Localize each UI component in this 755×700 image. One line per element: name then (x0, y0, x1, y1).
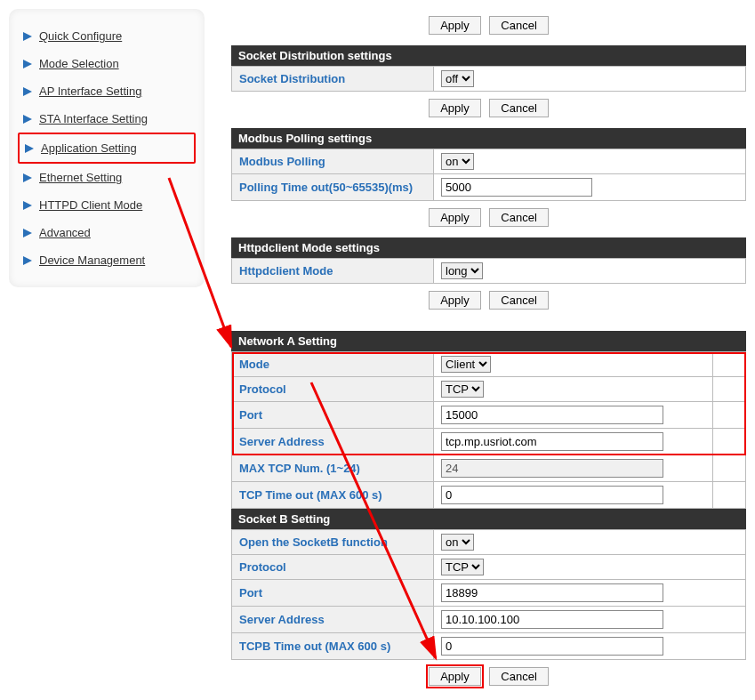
neta-mode-select[interactable]: Client (441, 356, 491, 373)
arrow-icon (21, 85, 34, 98)
socketb-open-label: Open the SocketB function (232, 530, 434, 555)
sidebar-item-label: Application Setting (41, 141, 137, 155)
svg-marker-7 (23, 229, 32, 237)
section-header-socket-dist: Socket Distribution settings (231, 45, 746, 66)
cancel-button[interactable]: Cancel (489, 208, 548, 227)
sidebar-item-sta-interface[interactable]: STA Interface Setting (18, 105, 196, 133)
modbus-table: Modbus Polling on Polling Time out(50~65… (231, 149, 746, 201)
sidebar-item-label: Device Management (39, 253, 145, 267)
svg-marker-6 (23, 201, 32, 210)
socketb-timeout-label: TCPB Time out (MAX 600 s) (232, 633, 434, 660)
neta-proto-select[interactable]: TCP (441, 381, 484, 398)
socketb-open-select[interactable]: on (441, 534, 474, 551)
arrow-icon (21, 58, 34, 70)
sidebar-item-ap-interface[interactable]: AP Interface Setting (18, 77, 196, 105)
cancel-button[interactable]: Cancel (489, 16, 548, 35)
neta-timeout-input[interactable] (441, 486, 663, 504)
socketb-port-input[interactable] (441, 583, 663, 602)
sidebar-item-label: HTTPD Client Mode (39, 198, 142, 212)
sidebar-item-httpd-client[interactable]: HTTPD Client Mode (18, 191, 196, 219)
neta-maxtcp-input (441, 459, 663, 478)
section-header-modbus: Modbus Polling settings (231, 128, 746, 149)
socketb-table: Open the SocketB function on Protocol TC… (231, 529, 746, 660)
neta-port-label: Port (232, 402, 434, 429)
section-header-neta: Network A Setting (231, 331, 746, 351)
sidebar: Quick Configure Mode Selection AP Interf… (9, 9, 205, 287)
modbus-polling-label: Modbus Polling (232, 149, 434, 174)
apply-button[interactable]: Apply (429, 667, 481, 686)
neta-port-input[interactable] (441, 406, 663, 424)
button-row-top: Apply Cancel (231, 16, 746, 35)
neta-table: Mode Client Protocol TCP Port (231, 351, 746, 509)
arrow-icon (21, 30, 34, 43)
socketb-port-label: Port (232, 580, 434, 607)
button-row-socket-dist: Apply Cancel (231, 99, 746, 117)
arrow-icon (21, 254, 34, 267)
section-header-socketb: Socket B Setting (231, 509, 746, 529)
sidebar-item-label: STA Interface Setting (39, 112, 148, 125)
httpd-table: Httpdclient Mode long (231, 258, 746, 284)
httpd-mode-select[interactable]: long (441, 262, 483, 279)
sidebar-item-application-setting[interactable]: Application Setting (18, 133, 196, 164)
svg-marker-2 (23, 87, 32, 96)
neta-server-label: Server Address (232, 429, 434, 455)
neta-timeout-label: TCP Time out (MAX 600 s) (232, 482, 434, 509)
arrow-icon (21, 199, 34, 212)
sidebar-item-label: Ethernet Setting (39, 171, 122, 184)
arrow-icon (21, 172, 34, 184)
socket-dist-table: Socket Distribution off (231, 66, 746, 92)
socketb-timeout-input[interactable] (441, 637, 663, 656)
svg-marker-3 (23, 115, 32, 124)
button-row-modbus: Apply Cancel (231, 208, 746, 227)
sidebar-item-mode-selection[interactable]: Mode Selection (18, 50, 196, 77)
apply-button[interactable]: Apply (429, 16, 481, 35)
svg-marker-8 (23, 256, 32, 265)
svg-marker-4 (25, 144, 34, 153)
sidebar-item-label: Mode Selection (39, 57, 119, 70)
modbus-polling-select[interactable]: on (441, 153, 474, 170)
sidebar-item-quick-configure[interactable]: Quick Configure (18, 22, 196, 50)
svg-marker-5 (23, 173, 32, 182)
apply-button[interactable]: Apply (429, 208, 481, 227)
button-row-bottom: Apply Cancel (231, 667, 746, 686)
sidebar-item-label: AP Interface Setting (39, 84, 141, 98)
apply-button[interactable]: Apply (429, 99, 481, 117)
httpd-mode-label: Httpdclient Mode (232, 259, 434, 284)
apply-button[interactable]: Apply (429, 291, 481, 310)
sidebar-item-device-management[interactable]: Device Management (18, 246, 196, 274)
sidebar-item-advanced[interactable]: Advanced (18, 219, 196, 246)
socketb-proto-select[interactable]: TCP (441, 559, 484, 575)
neta-server-input[interactable] (441, 432, 663, 451)
cancel-button[interactable]: Cancel (489, 291, 548, 310)
sidebar-item-label: Quick Configure (39, 29, 122, 43)
sidebar-item-ethernet[interactable]: Ethernet Setting (18, 164, 196, 191)
socketb-server-label: Server Address (232, 607, 434, 633)
section-header-httpd: Httpdclient Mode settings (231, 237, 746, 258)
button-row-httpd: Apply Cancel (231, 291, 746, 310)
socketb-server-input[interactable] (441, 610, 663, 629)
socket-dist-select[interactable]: off (441, 70, 474, 87)
socket-dist-label: Socket Distribution (232, 67, 434, 92)
svg-marker-0 (23, 32, 32, 41)
arrow-icon (21, 227, 34, 239)
neta-mode-label: Mode (232, 352, 434, 377)
polling-timeout-input[interactable] (441, 178, 592, 197)
arrow-icon (21, 113, 34, 125)
arrow-icon (23, 142, 36, 155)
content-area: Apply Cancel Socket Distribution setting… (231, 9, 746, 696)
svg-marker-1 (23, 60, 32, 68)
neta-maxtcp-label: MAX TCP Num. (1~24) (232, 455, 434, 482)
socketb-proto-label: Protocol (232, 555, 434, 580)
neta-proto-label: Protocol (232, 377, 434, 402)
sidebar-item-label: Advanced (39, 226, 91, 239)
cancel-button[interactable]: Cancel (489, 99, 548, 117)
cancel-button[interactable]: Cancel (489, 667, 548, 686)
polling-timeout-label: Polling Time out(50~65535)(ms) (232, 174, 434, 201)
